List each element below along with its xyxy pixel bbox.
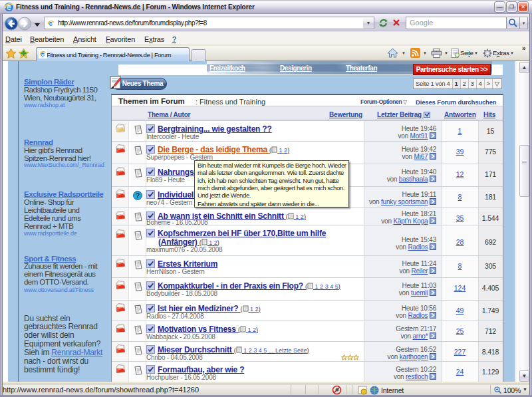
svg-text:?: ? (136, 192, 140, 199)
